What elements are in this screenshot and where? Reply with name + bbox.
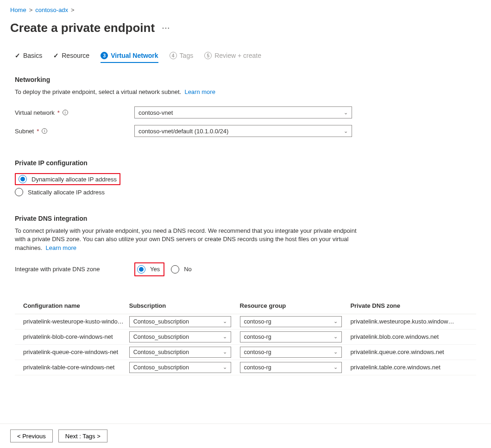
- subscription-select[interactable]: Contoso_subscription ⌄: [129, 331, 231, 342]
- page-title-text: Create a private endpoint: [10, 21, 155, 35]
- networking-learn-more[interactable]: Learn more: [184, 88, 215, 95]
- vnet-label-text: Virtual network: [15, 109, 55, 116]
- dns-config-table: Configuration name Subscription Resource…: [15, 299, 476, 375]
- breadcrumb: Home > contoso-adx >: [10, 6, 481, 13]
- tab-vnet-label: Virtual Network: [111, 52, 158, 59]
- resource-group-select[interactable]: contoso-rg ⌄: [240, 347, 342, 358]
- table-row: privatelink-table-core-windows-net Conto…: [15, 360, 476, 375]
- chevron-down-icon: ⌄: [223, 334, 227, 340]
- networking-heading: Networking: [15, 76, 476, 83]
- resource-group-select[interactable]: contoso-rg ⌄: [240, 316, 342, 327]
- more-icon[interactable]: ···: [162, 25, 170, 32]
- subscription-select[interactable]: Contoso_subscription ⌄: [129, 316, 231, 327]
- tab-basics[interactable]: ✓ Basics: [15, 52, 42, 63]
- dns-learn-more[interactable]: Learn more: [45, 244, 76, 251]
- ip-static-label: Statically allocate IP address: [28, 189, 105, 196]
- table-row: privatelink-westeurope-kusto-windo… Cont…: [15, 314, 476, 329]
- subscription-select[interactable]: Contoso_subscription ⌄: [129, 362, 231, 373]
- required-icon: *: [37, 128, 39, 135]
- tab-basics-label: Basics: [23, 52, 42, 59]
- chevron-right-icon: >: [29, 6, 33, 13]
- chevron-down-icon: ⌄: [223, 318, 227, 324]
- chevron-down-icon: ⌄: [223, 364, 227, 370]
- check-icon: ✓: [53, 52, 59, 59]
- info-icon[interactable]: i: [42, 128, 47, 134]
- required-icon: *: [57, 109, 60, 116]
- dns-heading: Private DNS integration: [15, 215, 476, 222]
- subscription-value: Contoso_subscription: [133, 318, 189, 325]
- tab-tags-label: Tags: [180, 52, 194, 59]
- vnet-label: Virtual network * i: [15, 109, 134, 116]
- subscription-select[interactable]: Contoso_subscription ⌄: [129, 347, 231, 358]
- vnet-select-value: contoso-vnet: [138, 109, 173, 116]
- dns-desc: To connect privately with your private e…: [15, 227, 367, 252]
- integrate-dns-label: Integrate with private DNS zone: [15, 266, 134, 273]
- radio-icon: [171, 265, 179, 274]
- integrate-dns-yes[interactable]: Yes: [137, 265, 160, 274]
- resource-group-select[interactable]: contoso-rg ⌄: [240, 362, 342, 373]
- col-resource-group: Resource group: [237, 299, 348, 314]
- tab-review-label: Review + create: [214, 52, 261, 59]
- tab-virtual-network[interactable]: 3 Virtual Network: [101, 52, 158, 63]
- integrate-dns-label-text: Integrate with private DNS zone: [15, 266, 100, 273]
- breadcrumb-cluster[interactable]: contoso-adx: [35, 6, 68, 13]
- chevron-down-icon: ⌄: [334, 334, 338, 340]
- info-icon[interactable]: i: [63, 110, 68, 115]
- subnet-select[interactable]: contoso-vnet/default (10.1.0.0/24) ⌄: [134, 125, 352, 137]
- subscription-value: Contoso_subscription: [133, 364, 189, 371]
- chevron-down-icon: ⌄: [334, 364, 338, 370]
- cell-config-name: privatelink-table-core-windows-net: [15, 360, 126, 375]
- subscription-value: Contoso_subscription: [133, 334, 189, 340]
- cell-dns-zone: privatelink.table.core.windows.net: [347, 360, 476, 375]
- integrate-dns-no[interactable]: No: [171, 265, 192, 274]
- step-3-icon: 3: [101, 52, 108, 59]
- resource-group-value: contoso-rg: [244, 334, 271, 340]
- radio-icon: [137, 265, 145, 274]
- vnet-select[interactable]: contoso-vnet ⌄: [134, 106, 352, 118]
- check-icon: ✓: [15, 52, 20, 59]
- ip-dynamic-radio[interactable]: Dynamically allocate IP address: [19, 175, 117, 183]
- page-title: Create a private endpoint ···: [10, 21, 481, 35]
- chevron-right-icon: >: [71, 6, 75, 13]
- cell-config-name: privatelink-westeurope-kusto-windo…: [15, 314, 126, 329]
- ip-dynamic-label: Dynamically allocate IP address: [31, 176, 117, 183]
- chevron-down-icon: ⌄: [344, 128, 348, 134]
- step-5-icon: 5: [204, 52, 212, 59]
- resource-group-value: contoso-rg: [244, 349, 271, 355]
- subnet-label: Subnet * i: [15, 128, 134, 135]
- integrate-dns-yes-label: Yes: [150, 266, 160, 273]
- ipconfig-heading: Private IP configuration: [15, 159, 476, 167]
- chevron-down-icon: ⌄: [334, 318, 338, 324]
- chevron-down-icon: ⌄: [223, 349, 227, 355]
- resource-group-value: contoso-rg: [244, 318, 271, 325]
- col-private-dns-zone: Private DNS zone: [347, 299, 476, 314]
- step-4-icon: 4: [170, 52, 177, 59]
- cell-config-name: privatelink-queue-core-windows-net: [15, 344, 126, 360]
- col-config-name: Configuration name: [15, 299, 126, 314]
- tab-review-create[interactable]: 5 Review + create: [204, 52, 261, 63]
- cell-dns-zone: privatelink.westeurope.kusto.window…: [347, 314, 476, 329]
- subnet-label-text: Subnet: [15, 128, 34, 135]
- cell-dns-zone: privatelink.blob.core.windows.net: [347, 329, 476, 344]
- radio-icon: [15, 188, 23, 196]
- wizard-tabs: ✓ Basics ✓ Resource 3 Virtual Network 4 …: [15, 52, 476, 63]
- subnet-select-value: contoso-vnet/default (10.1.0.0/24): [138, 128, 228, 135]
- subscription-value: Contoso_subscription: [133, 349, 189, 355]
- chevron-down-icon: ⌄: [344, 110, 348, 116]
- table-row: privatelink-queue-core-windows-net Conto…: [15, 344, 476, 360]
- breadcrumb-home[interactable]: Home: [10, 6, 26, 13]
- chevron-down-icon: ⌄: [334, 349, 338, 355]
- integrate-dns-no-label: No: [184, 266, 192, 273]
- tab-resource-label: Resource: [62, 52, 89, 59]
- table-row: privatelink-blob-core-windows-net Contos…: [15, 329, 476, 344]
- tab-tags[interactable]: 4 Tags: [170, 52, 194, 63]
- networking-desc-text: To deploy the private endpoint, select a…: [15, 88, 181, 95]
- tab-resource[interactable]: ✓ Resource: [53, 52, 89, 63]
- resource-group-value: contoso-rg: [244, 364, 271, 371]
- resource-group-select[interactable]: contoso-rg ⌄: [240, 331, 342, 342]
- networking-desc: To deploy the private endpoint, select a…: [15, 88, 367, 96]
- ip-static-radio[interactable]: Statically allocate IP address: [15, 188, 476, 196]
- cell-dns-zone: privatelink.queue.core.windows.net: [347, 344, 476, 360]
- cell-config-name: privatelink-blob-core-windows-net: [15, 329, 126, 344]
- radio-icon: [19, 175, 27, 183]
